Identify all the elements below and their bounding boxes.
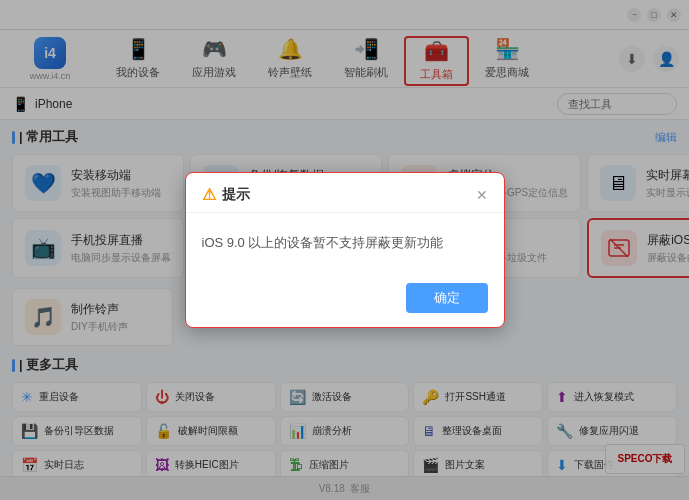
- modal-box: ⚠ 提示 ✕ iOS 9.0 以上的设备暂不支持屏蔽更新功能 确定: [185, 172, 505, 328]
- modal-confirm-button[interactable]: 确定: [406, 283, 488, 313]
- modal-title: ⚠ 提示: [202, 185, 250, 204]
- modal-header: ⚠ 提示 ✕: [186, 173, 504, 213]
- modal-close-button[interactable]: ✕: [476, 187, 488, 203]
- modal-overlay[interactable]: ⚠ 提示 ✕ iOS 9.0 以上的设备暂不支持屏蔽更新功能 确定: [0, 0, 689, 500]
- modal-warning-icon: ⚠: [202, 185, 216, 204]
- modal-footer: 确定: [186, 273, 504, 327]
- modal-body: iOS 9.0 以上的设备暂不支持屏蔽更新功能: [186, 213, 504, 273]
